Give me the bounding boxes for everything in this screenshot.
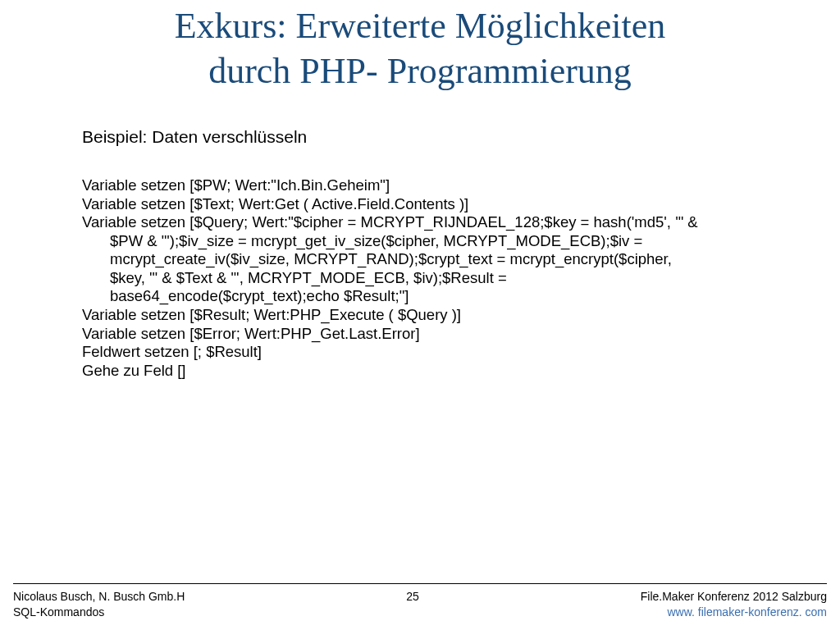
code-line: Gehe zu Feld [] <box>82 362 763 381</box>
footer-page-number: 25 <box>406 589 419 605</box>
slide-title: Exkurs: Erweiterte Möglichkeiten durch P… <box>0 3 840 94</box>
title-line-2: durch PHP- Programmierung <box>208 51 632 91</box>
footer-conference: File.Maker Konferenz 2012 Salzburg <box>641 589 827 605</box>
footer-topic: SQL-Kommandos <box>13 605 185 620</box>
code-line-cont: mcrypt_create_iv($iv_size, MCRYPT_RAND);… <box>82 250 763 269</box>
code-line: Feldwert setzen [; $Result] <box>82 343 763 362</box>
footer-divider <box>13 583 827 584</box>
footer-url: www. filemaker-konferenz. com <box>641 605 827 620</box>
code-line: Variable setzen [$Error; Wert:PHP_Get.La… <box>82 325 763 344</box>
title-line-1: Exkurs: Erweiterte Möglichkeiten <box>175 6 666 46</box>
code-line-cont: base64_encode($crypt_text);echo $Result;… <box>82 287 763 306</box>
code-line: Variable setzen [$Query; Wert:"$cipher =… <box>82 213 763 232</box>
footer-right: File.Maker Konferenz 2012 Salzburg www. … <box>641 589 827 620</box>
code-line-cont: $key, '" & $Text & "', MCRYPT_MODE_ECB, … <box>82 269 763 288</box>
slide-footer: Nicolaus Busch, N. Busch Gmb.H SQL-Komma… <box>0 583 840 620</box>
code-line-cont: $PW & "');$iv_size = mcrypt_get_iv_size(… <box>82 232 763 251</box>
code-line: Variable setzen [$Text; Wert:Get ( Activ… <box>82 195 763 214</box>
footer-author: Nicolaus Busch, N. Busch Gmb.H <box>13 589 185 605</box>
code-line: Variable setzen [$PW; Wert:"Ich.Bin.Gehe… <box>82 176 763 195</box>
code-block: Variable setzen [$PW; Wert:"Ich.Bin.Gehe… <box>82 176 763 380</box>
footer-left: Nicolaus Busch, N. Busch Gmb.H SQL-Komma… <box>13 589 185 620</box>
code-line: Variable setzen [$Result; Wert:PHP_Execu… <box>82 306 763 325</box>
slide-subtitle: Beispiel: Daten verschlüsseln <box>82 127 307 147</box>
